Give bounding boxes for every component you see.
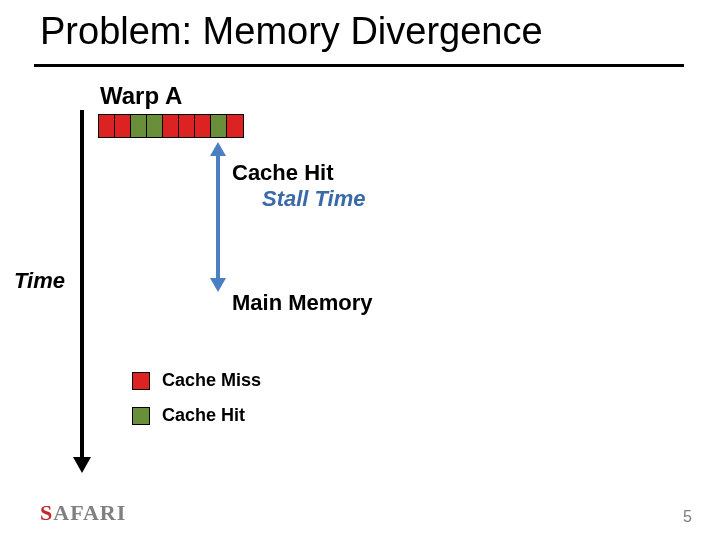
logo-s: S [40,500,53,525]
slide-title: Problem: Memory Divergence [40,10,543,53]
legend-swatch-hit [132,407,150,425]
title-underline [34,64,684,67]
warp-cell [147,115,163,137]
page-number: 5 [683,508,692,526]
stall-time-annotation: Stall Time [262,186,366,212]
logo-rest: AFARI [53,500,126,525]
warp-cell [195,115,211,137]
warp-cell [179,115,195,137]
warp-a-label: Warp A [100,82,182,110]
stall-time-arrow [216,154,220,280]
time-axis-label: Time [14,268,65,294]
legend-row-hit: Cache Hit [132,405,261,426]
legend-swatch-miss [132,372,150,390]
warp-cell [163,115,179,137]
cache-hit-annotation: Cache Hit [232,160,333,186]
legend-row-miss: Cache Miss [132,370,261,391]
warp-cell [115,115,131,137]
warp-a-strip [98,114,244,138]
legend: Cache Miss Cache Hit [132,370,261,440]
main-memory-annotation: Main Memory [232,290,373,316]
warp-cell [131,115,147,137]
warp-cell [211,115,227,137]
legend-label-hit: Cache Hit [162,405,245,426]
warp-cell [99,115,115,137]
legend-label-miss: Cache Miss [162,370,261,391]
safari-logo: SAFARI [40,500,126,526]
warp-cell [227,115,243,137]
